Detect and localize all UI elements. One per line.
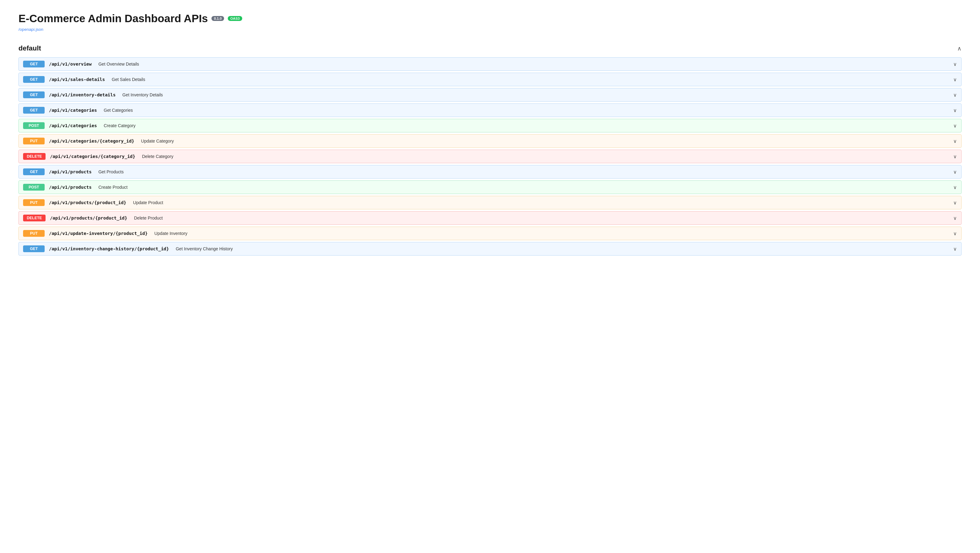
endpoint-left: GET/api/v1/productsGet Products: [23, 169, 124, 175]
method-badge: DELETE: [23, 215, 46, 222]
chevron-down-icon: ∨: [953, 215, 957, 221]
method-badge: GET: [23, 61, 45, 67]
endpoint-description: Delete Product: [134, 215, 162, 220]
method-badge: PUT: [23, 138, 45, 144]
endpoint-left: PUT/api/v1/categories/{category_id}Updat…: [23, 138, 174, 144]
chevron-down-icon: ∨: [953, 200, 957, 206]
endpoint-left: GET/api/v1/categoriesGet Categories: [23, 107, 133, 114]
endpoint-row[interactable]: PUT/api/v1/categories/{category_id}Updat…: [19, 134, 961, 148]
oas-badge: OAS3: [228, 16, 242, 21]
chevron-down-icon: ∨: [953, 154, 957, 159]
method-badge: GET: [23, 245, 45, 252]
endpoint-row[interactable]: POST/api/v1/categoriesCreate Category∨: [19, 119, 961, 132]
endpoint-description: Update Product: [133, 200, 163, 205]
endpoint-description: Update Category: [141, 139, 173, 143]
chevron-down-icon: ∨: [953, 61, 957, 67]
endpoint-row[interactable]: GET/api/v1/inventory-detailsGet Inventor…: [19, 88, 961, 102]
chevron-down-icon: ∨: [953, 138, 957, 144]
chevron-down-icon: ∨: [953, 185, 957, 190]
endpoint-row[interactable]: GET/api/v1/sales-detailsGet Sales Detail…: [19, 73, 961, 86]
method-badge: GET: [23, 169, 45, 175]
endpoint-path: /api/v1/products/{product_id}: [50, 215, 127, 220]
endpoint-path: /api/v1/products: [49, 185, 92, 190]
endpoint-row[interactable]: PUT/api/v1/products/{product_id}Update P…: [19, 196, 961, 209]
endpoint-left: GET/api/v1/overviewGet Overview Details: [23, 61, 139, 67]
endpoint-path: /api/v1/inventory-details: [49, 92, 116, 97]
method-badge: GET: [23, 76, 45, 83]
endpoint-left: PUT/api/v1/update-inventory/{product_id}…: [23, 230, 188, 237]
method-badge: PUT: [23, 199, 45, 206]
endpoint-row[interactable]: PUT/api/v1/update-inventory/{product_id}…: [19, 226, 961, 240]
page-title: E-Commerce Admin Dashboard APIs: [19, 12, 208, 25]
endpoint-path: /api/v1/categories/{category_id}: [49, 139, 134, 143]
endpoint-left: POST/api/v1/productsCreate Product: [23, 184, 127, 191]
endpoint-row[interactable]: DELETE/api/v1/categories/{category_id}De…: [19, 150, 961, 163]
endpoint-path: /api/v1/update-inventory/{product_id}: [49, 231, 148, 236]
endpoint-description: Get Inventory Details: [123, 92, 163, 97]
section-title: default: [19, 44, 41, 53]
endpoint-description: Get Overview Details: [99, 62, 139, 67]
endpoint-path: /api/v1/categories: [49, 108, 97, 113]
title-row: E-Commerce Admin Dashboard APIs 0.1.0 OA…: [19, 12, 961, 25]
method-badge: POST: [23, 184, 45, 191]
endpoint-row[interactable]: POST/api/v1/productsCreate Product∨: [19, 180, 961, 194]
endpoint-description: Delete Category: [142, 154, 173, 159]
endpoint-left: GET/api/v1/inventory-detailsGet Inventor…: [23, 91, 163, 98]
endpoint-description: Update Inventory: [154, 231, 188, 236]
page-header: E-Commerce Admin Dashboard APIs 0.1.0 OA…: [19, 12, 961, 32]
endpoint-description: Create Product: [99, 185, 128, 190]
chevron-down-icon: ∨: [953, 246, 957, 252]
openapi-link[interactable]: /openapi.json: [19, 27, 43, 32]
chevron-down-icon: ∨: [953, 123, 957, 129]
endpoint-row[interactable]: GET/api/v1/inventory-change-history/{pro…: [19, 242, 961, 255]
method-badge: DELETE: [23, 153, 46, 160]
endpoint-left: PUT/api/v1/products/{product_id}Update P…: [23, 199, 163, 206]
method-badge: GET: [23, 91, 45, 98]
endpoint-path: /api/v1/overview: [49, 62, 92, 67]
endpoint-left: GET/api/v1/inventory-change-history/{pro…: [23, 245, 233, 252]
endpoint-left: POST/api/v1/categoriesCreate Category: [23, 122, 135, 129]
endpoint-list: GET/api/v1/overviewGet Overview Details∨…: [19, 57, 961, 255]
method-badge: POST: [23, 122, 45, 129]
endpoint-description: Get Categories: [104, 108, 133, 113]
method-badge: PUT: [23, 230, 45, 237]
method-badge: GET: [23, 107, 45, 114]
chevron-down-icon: ∨: [953, 92, 957, 98]
endpoint-left: GET/api/v1/sales-detailsGet Sales Detail…: [23, 76, 145, 83]
endpoint-left: DELETE/api/v1/products/{product_id}Delet…: [23, 215, 163, 222]
chevron-down-icon: ∨: [953, 76, 957, 83]
endpoint-path: /api/v1/categories/{category_id}: [50, 154, 135, 159]
endpoint-left: DELETE/api/v1/categories/{category_id}De…: [23, 153, 173, 160]
endpoint-path: /api/v1/categories: [49, 123, 97, 128]
endpoint-path: /api/v1/products: [49, 169, 92, 174]
endpoint-path: /api/v1/inventory-change-history/{produc…: [49, 246, 169, 251]
chevron-down-icon: ∨: [953, 231, 957, 236]
endpoint-row[interactable]: GET/api/v1/productsGet Products∨: [19, 165, 961, 178]
version-badge: 0.1.0: [212, 16, 224, 21]
endpoint-description: Get Sales Details: [112, 77, 145, 82]
endpoint-path: /api/v1/products/{product_id}: [49, 200, 126, 205]
endpoint-description: Get Products: [99, 169, 124, 174]
endpoint-path: /api/v1/sales-details: [49, 77, 105, 82]
chevron-down-icon: ∨: [953, 169, 957, 175]
endpoint-description: Create Category: [104, 123, 135, 128]
endpoint-row[interactable]: GET/api/v1/categoriesGet Categories∨: [19, 104, 961, 117]
endpoint-description: Get Inventory Change History: [176, 246, 233, 251]
section-header: default ∧: [19, 44, 961, 53]
chevron-down-icon: ∨: [953, 107, 957, 113]
section-collapse-icon[interactable]: ∧: [957, 45, 961, 52]
endpoint-row[interactable]: GET/api/v1/overviewGet Overview Details∨: [19, 57, 961, 71]
endpoint-row[interactable]: DELETE/api/v1/products/{product_id}Delet…: [19, 211, 961, 225]
